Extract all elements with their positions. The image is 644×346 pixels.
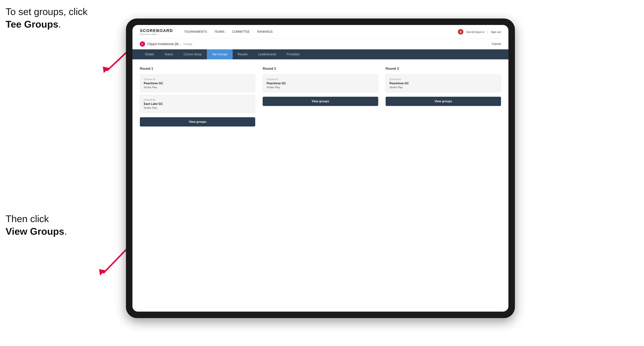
- round-1-label: Round 1: [140, 67, 255, 71]
- logo-text: SCOREBOARD: [140, 28, 173, 33]
- round-3-label: Round 3: [386, 67, 501, 71]
- logo-sub: Powered by clippit: [140, 33, 173, 35]
- tournament-name: C Clippd Invitational (M... Hosting: [140, 41, 192, 47]
- round-1-course-b-format: Stroke Play: [144, 106, 251, 109]
- tab-course-setup[interactable]: Course Setup: [178, 49, 207, 59]
- tablet-frame: SCOREBOARD Powered by clippit TOURNAMENT…: [126, 18, 515, 318]
- round-1-course-b-name: East Lake GC: [144, 102, 251, 106]
- main-content: Round 1 (Course A) Peachtree GC Stroke P…: [132, 59, 508, 312]
- nav-committee[interactable]: COMMITTEE: [232, 29, 250, 34]
- logo-area: SCOREBOARD Powered by clippit: [140, 28, 173, 35]
- round-2-course-a-label: (Course A): [266, 78, 374, 81]
- instruction-top-bold: Tee Groups: [6, 19, 58, 30]
- hosting-badge: Hosting: [183, 42, 192, 45]
- round-2-course-a-card: (Course A) Peachtree GC Stroke Play: [263, 74, 378, 92]
- round-1-course-a-format: Stroke Play: [144, 86, 251, 89]
- instruction-top: To set groups, click Tee Groups.: [6, 5, 88, 30]
- round-1-view-groups-button[interactable]: View groups: [140, 117, 255, 127]
- round-3-course-a-card: (Course A) Peachtree GC Stroke Play: [386, 74, 501, 92]
- instruction-bottom: Then click View Groups.: [6, 213, 67, 238]
- round-2-view-groups-button[interactable]: View groups: [263, 97, 378, 106]
- instruction-bottom-period: .: [64, 226, 67, 237]
- tablet-screen: SCOREBOARD Powered by clippit TOURNAMENT…: [132, 25, 508, 312]
- tab-printables[interactable]: Printables: [282, 49, 305, 59]
- nav-tournaments[interactable]: TOURNAMENTS: [184, 29, 207, 34]
- round-3-course-a-label: (Course A): [390, 78, 497, 81]
- nav-teams[interactable]: TEAMS: [214, 29, 224, 34]
- instruction-top-period: .: [58, 19, 61, 30]
- tab-results[interactable]: Results: [233, 49, 253, 59]
- instruction-top-line1: To set groups, click: [6, 6, 88, 17]
- round-1-course-a-name: Peachtree GC: [144, 82, 251, 85]
- round-3-column: Round 3 (Course A) Peachtree GC Stroke P…: [386, 67, 501, 127]
- round-2-course-a-name: Peachtree GC: [266, 82, 374, 85]
- nav-right: B blair@clippd.io | Sign out: [458, 29, 501, 35]
- user-email: blair@clippd.io: [466, 30, 484, 33]
- round-2-column: Round 2 (Course A) Peachtree GC Stroke P…: [263, 67, 378, 127]
- sub-nav: Details Teams Course Setup Tee Groups Re…: [132, 49, 508, 59]
- round-1-column: Round 1 (Course A) Peachtree GC Stroke P…: [140, 67, 255, 127]
- round-1-course-b-label: (Course B): [144, 98, 251, 101]
- tournament-bar: C Clippd Invitational (M... Hosting Canc…: [132, 39, 508, 49]
- tournament-title: Clippd Invitational (M...: [147, 42, 181, 46]
- top-nav: SCOREBOARD Powered by clippit TOURNAMENT…: [132, 25, 508, 39]
- cancel-button[interactable]: Cancel: [492, 42, 501, 46]
- round-1-course-b-card: (Course B) East Lake GC Stroke Play: [140, 95, 255, 113]
- round-3-course-a-name: Peachtree GC: [390, 82, 497, 85]
- user-avatar: B: [458, 29, 464, 35]
- round-3-course-a-format: Stroke Play: [390, 86, 497, 89]
- instruction-bottom-line1: Then click: [6, 213, 49, 224]
- tab-details[interactable]: Details: [140, 49, 159, 59]
- instruction-bottom-bold: View Groups: [6, 226, 64, 237]
- tab-leaderboards[interactable]: Leaderboards: [253, 49, 282, 59]
- tab-teams[interactable]: Teams: [159, 49, 178, 59]
- round-3-view-groups-button[interactable]: View groups: [386, 97, 501, 106]
- tab-tee-groups[interactable]: Tee Groups: [207, 49, 233, 59]
- round-2-label: Round 2: [263, 67, 378, 71]
- round-1-course-a-card: (Course A) Peachtree GC Stroke Play: [140, 74, 255, 92]
- tournament-logo: C: [140, 41, 145, 47]
- rounds-grid: Round 1 (Course A) Peachtree GC Stroke P…: [140, 67, 501, 127]
- round-2-course-a-format: Stroke Play: [266, 86, 374, 89]
- sign-out-link[interactable]: Sign out: [491, 30, 501, 33]
- nav-rankings[interactable]: RANKINGS: [257, 29, 273, 34]
- nav-links: TOURNAMENTS TEAMS COMMITTEE RANKINGS: [184, 29, 449, 34]
- round-1-course-a-label: (Course A): [144, 78, 251, 81]
